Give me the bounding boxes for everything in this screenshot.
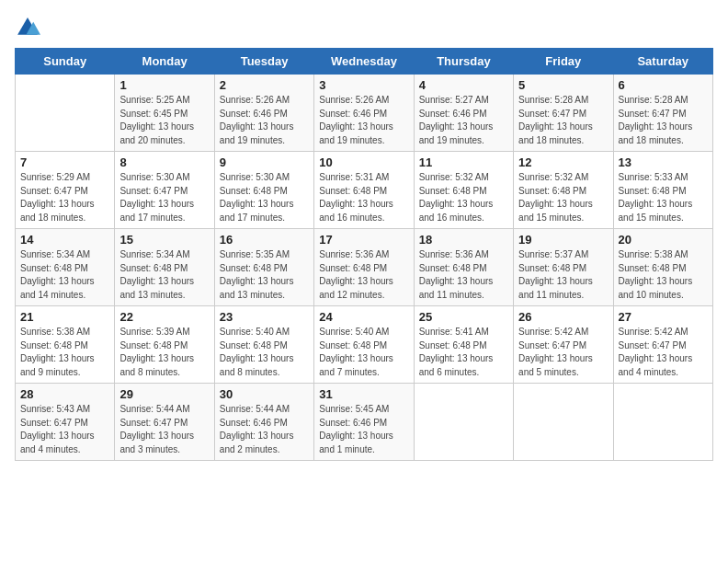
day-number: 27 [619, 310, 708, 324]
day-info: Sunrise: 5:45 AMSunset: 6:46 PMDaylight:… [319, 403, 408, 456]
calendar-cell: 3Sunrise: 5:26 AMSunset: 6:46 PMDaylight… [314, 75, 414, 152]
day-number: 2 [220, 78, 309, 92]
day-number: 17 [319, 233, 408, 247]
day-number: 12 [518, 155, 608, 169]
day-number: 13 [619, 155, 708, 169]
calendar-cell: 26Sunrise: 5:42 AMSunset: 6:47 PMDayligh… [514, 306, 613, 384]
calendar-cell: 10Sunrise: 5:31 AMSunset: 6:48 PMDayligh… [314, 152, 414, 229]
day-info: Sunrise: 5:43 AMSunset: 6:47 PMDaylight:… [20, 403, 109, 456]
weekday-header: Saturday [613, 49, 712, 75]
calendar-cell: 19Sunrise: 5:37 AMSunset: 6:48 PMDayligh… [514, 229, 613, 306]
calendar-cell: 8Sunrise: 5:30 AMSunset: 6:47 PMDaylight… [115, 152, 214, 229]
day-number: 20 [619, 233, 708, 247]
logo-icon [15, 15, 40, 40]
calendar-week: 21Sunrise: 5:38 AMSunset: 6:48 PMDayligh… [16, 306, 713, 384]
day-info: Sunrise: 5:34 AMSunset: 6:48 PMDaylight:… [119, 248, 209, 302]
calendar-cell: 15Sunrise: 5:34 AMSunset: 6:48 PMDayligh… [115, 229, 214, 306]
day-info: Sunrise: 5:33 AMSunset: 6:48 PMDaylight:… [619, 171, 708, 224]
calendar-cell: 12Sunrise: 5:32 AMSunset: 6:48 PMDayligh… [514, 152, 613, 229]
calendar-cell: 17Sunrise: 5:36 AMSunset: 6:48 PMDayligh… [314, 229, 414, 306]
logo [15, 15, 44, 40]
day-info: Sunrise: 5:39 AMSunset: 6:48 PMDaylight:… [119, 326, 209, 379]
calendar-cell: 25Sunrise: 5:41 AMSunset: 6:48 PMDayligh… [414, 306, 513, 384]
calendar-cell: 1Sunrise: 5:25 AMSunset: 6:45 PMDaylight… [115, 75, 214, 152]
day-number: 29 [119, 387, 209, 401]
day-number: 4 [419, 78, 508, 92]
day-info: Sunrise: 5:38 AMSunset: 6:48 PMDaylight:… [20, 326, 109, 379]
day-info: Sunrise: 5:29 AMSunset: 6:47 PMDaylight:… [20, 171, 109, 224]
day-number: 9 [220, 155, 309, 169]
weekday-header: Sunday [16, 49, 115, 75]
calendar-cell: 22Sunrise: 5:39 AMSunset: 6:48 PMDayligh… [115, 306, 214, 384]
day-number: 31 [319, 387, 408, 401]
calendar-header: SundayMondayTuesdayWednesdayThursdayFrid… [16, 49, 713, 75]
weekday-header: Friday [514, 49, 613, 75]
day-number: 8 [119, 155, 209, 169]
day-info: Sunrise: 5:28 AMSunset: 6:47 PMDaylight:… [619, 94, 708, 147]
weekday-row: SundayMondayTuesdayWednesdayThursdayFrid… [16, 49, 713, 75]
calendar-table: SundayMondayTuesdayWednesdayThursdayFrid… [15, 48, 713, 461]
day-number: 22 [119, 310, 209, 324]
day-info: Sunrise: 5:31 AMSunset: 6:48 PMDaylight:… [319, 171, 408, 224]
calendar-week: 7Sunrise: 5:29 AMSunset: 6:47 PMDaylight… [16, 152, 713, 229]
day-number: 3 [319, 78, 408, 92]
weekday-header: Thursday [414, 49, 513, 75]
calendar-cell: 16Sunrise: 5:35 AMSunset: 6:48 PMDayligh… [214, 229, 313, 306]
day-info: Sunrise: 5:26 AMSunset: 6:46 PMDaylight:… [220, 94, 309, 147]
day-number: 16 [220, 233, 309, 247]
day-number: 14 [20, 233, 109, 247]
day-number: 19 [518, 233, 608, 247]
calendar-cell: 20Sunrise: 5:38 AMSunset: 6:48 PMDayligh… [613, 229, 712, 306]
day-info: Sunrise: 5:40 AMSunset: 6:48 PMDaylight:… [319, 326, 408, 379]
calendar-cell: 11Sunrise: 5:32 AMSunset: 6:48 PMDayligh… [414, 152, 513, 229]
day-info: Sunrise: 5:30 AMSunset: 6:47 PMDaylight:… [119, 171, 209, 224]
day-number: 25 [419, 310, 508, 324]
day-info: Sunrise: 5:36 AMSunset: 6:48 PMDaylight:… [419, 248, 508, 302]
day-number: 21 [20, 310, 109, 324]
calendar-cell: 6Sunrise: 5:28 AMSunset: 6:47 PMDaylight… [613, 75, 712, 152]
day-info: Sunrise: 5:28 AMSunset: 6:47 PMDaylight:… [518, 94, 608, 147]
day-number: 5 [518, 78, 608, 92]
calendar-cell: 29Sunrise: 5:44 AMSunset: 6:47 PMDayligh… [115, 384, 214, 461]
day-number: 18 [419, 233, 508, 247]
day-number: 26 [518, 310, 608, 324]
day-info: Sunrise: 5:44 AMSunset: 6:47 PMDaylight:… [119, 403, 209, 456]
day-info: Sunrise: 5:36 AMSunset: 6:48 PMDaylight:… [319, 248, 408, 302]
day-info: Sunrise: 5:44 AMSunset: 6:46 PMDaylight:… [220, 403, 309, 456]
day-info: Sunrise: 5:27 AMSunset: 6:46 PMDaylight:… [419, 94, 508, 147]
calendar-cell: 4Sunrise: 5:27 AMSunset: 6:46 PMDaylight… [414, 75, 513, 152]
day-number: 15 [119, 233, 209, 247]
calendar-cell: 14Sunrise: 5:34 AMSunset: 6:48 PMDayligh… [16, 229, 115, 306]
day-number: 24 [319, 310, 408, 324]
weekday-header: Wednesday [314, 49, 414, 75]
day-info: Sunrise: 5:34 AMSunset: 6:48 PMDaylight:… [20, 248, 109, 302]
calendar-cell: 31Sunrise: 5:45 AMSunset: 6:46 PMDayligh… [314, 384, 414, 461]
day-info: Sunrise: 5:42 AMSunset: 6:47 PMDaylight:… [619, 326, 708, 379]
calendar-cell: 13Sunrise: 5:33 AMSunset: 6:48 PMDayligh… [613, 152, 712, 229]
calendar-cell: 28Sunrise: 5:43 AMSunset: 6:47 PMDayligh… [16, 384, 115, 461]
calendar-cell [613, 384, 712, 461]
day-number: 7 [20, 155, 109, 169]
calendar-body: 1Sunrise: 5:25 AMSunset: 6:45 PMDaylight… [16, 75, 713, 461]
day-info: Sunrise: 5:32 AMSunset: 6:48 PMDaylight:… [419, 171, 508, 224]
calendar-cell: 27Sunrise: 5:42 AMSunset: 6:47 PMDayligh… [613, 306, 712, 384]
day-number: 1 [119, 78, 209, 92]
calendar-cell: 21Sunrise: 5:38 AMSunset: 6:48 PMDayligh… [16, 306, 115, 384]
header [15, 15, 713, 40]
day-number: 28 [20, 387, 109, 401]
calendar-cell [514, 384, 613, 461]
day-info: Sunrise: 5:42 AMSunset: 6:47 PMDaylight:… [518, 326, 608, 379]
day-info: Sunrise: 5:38 AMSunset: 6:48 PMDaylight:… [619, 248, 708, 302]
day-info: Sunrise: 5:25 AMSunset: 6:45 PMDaylight:… [119, 94, 209, 147]
day-number: 23 [220, 310, 309, 324]
calendar-cell: 7Sunrise: 5:29 AMSunset: 6:47 PMDaylight… [16, 152, 115, 229]
calendar-week: 14Sunrise: 5:34 AMSunset: 6:48 PMDayligh… [16, 229, 713, 306]
day-number: 11 [419, 155, 508, 169]
day-info: Sunrise: 5:26 AMSunset: 6:46 PMDaylight:… [319, 94, 408, 147]
calendar-cell: 2Sunrise: 5:26 AMSunset: 6:46 PMDaylight… [214, 75, 313, 152]
day-info: Sunrise: 5:32 AMSunset: 6:48 PMDaylight:… [518, 171, 608, 224]
calendar-week: 28Sunrise: 5:43 AMSunset: 6:47 PMDayligh… [16, 384, 713, 461]
weekday-header: Monday [115, 49, 214, 75]
day-info: Sunrise: 5:37 AMSunset: 6:48 PMDaylight:… [518, 248, 608, 302]
calendar-cell: 5Sunrise: 5:28 AMSunset: 6:47 PMDaylight… [514, 75, 613, 152]
